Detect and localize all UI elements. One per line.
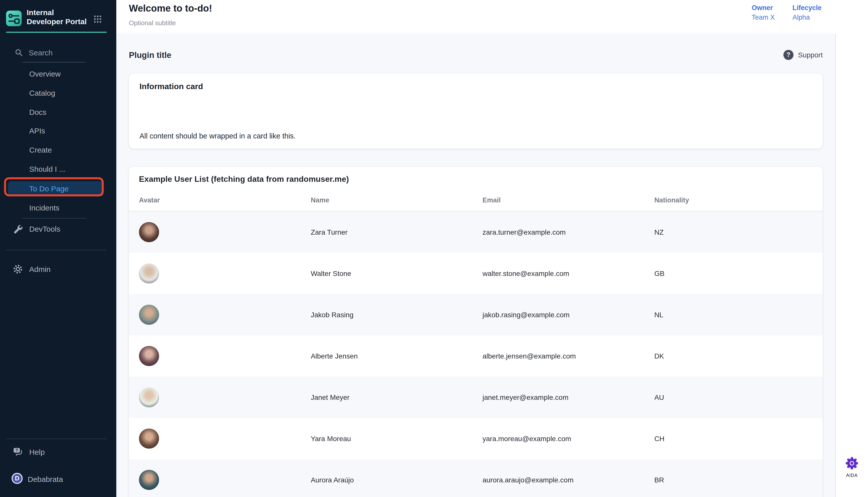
aida-widget-button[interactable]: AIDA (840, 457, 864, 478)
sidebar: Internal Developer Portal Search Overvie… (0, 0, 116, 497)
cell-nationality: GB (654, 269, 813, 278)
information-card-title: Information card (129, 73, 823, 91)
user-photo-avatar (139, 387, 159, 407)
app-logo-icon (6, 11, 21, 26)
cell-name: Aurora Araújo (310, 476, 482, 484)
table-row: Jakob Rasing jakob.rasing@example.com NL (129, 294, 823, 335)
table-row: Aurora Araújo aurora.araujo@example.com … (129, 459, 823, 497)
search-icon (15, 49, 23, 56)
content-toolbar: Plugin title ? Support (129, 44, 823, 66)
app-window: Internal Developer Portal Search Overvie… (0, 0, 868, 497)
cell-email: yara.moreau@example.com (482, 435, 654, 443)
user-avatar: D (12, 473, 23, 484)
support-button[interactable]: ? Support (783, 50, 823, 60)
table-row: Alberte Jensen alberte.jensen@example.co… (129, 335, 823, 377)
user-photo-avatar (139, 346, 159, 366)
question-circle-icon: ? (783, 50, 794, 60)
user-list-card: Example User List (fetching data from ra… (129, 167, 823, 497)
cell-email: jakob.rasing@example.com (482, 311, 654, 319)
sidebar-item-overview[interactable]: Overview (8, 65, 108, 84)
cell-nationality: BR (654, 476, 813, 484)
column-header-nationality: Nationality (654, 196, 813, 204)
apps-grid-button[interactable] (93, 15, 102, 23)
column-header-avatar: Avatar (139, 196, 310, 204)
help-chat-icon: ? (13, 447, 22, 456)
sidebar-item-admin[interactable]: Admin (8, 260, 108, 279)
table-row: Yara Moreau yara.moreau@example.com CH (129, 418, 823, 459)
cell-email: janet.meyer@example.com (482, 393, 654, 401)
user-list-title: Example User List (fetching data from ra… (129, 167, 823, 184)
information-card-body: All content should be wrapped in a card … (140, 132, 296, 140)
sidebar-item-help[interactable]: ? Help (8, 443, 108, 462)
content-right-border (835, 34, 836, 497)
information-card: Information card All content should be w… (129, 73, 823, 148)
sidebar-user-profile[interactable]: D Debabrata (8, 470, 108, 489)
page-header: Welcome to to-do! Optional subtitle Owne… (116, 0, 868, 34)
content-area: Plugin title ? Support Information card … (116, 34, 835, 497)
cell-nationality: CH (654, 435, 813, 443)
support-label: Support (798, 51, 823, 59)
table-row: Walter Stone walter.stone@example.com GB (129, 253, 823, 294)
user-photo-avatar (139, 264, 159, 284)
owner-meta: Owner Team X (752, 4, 775, 21)
cell-name: Walter Stone (310, 269, 482, 278)
owner-label: Owner (752, 4, 775, 12)
plugin-title: Plugin title (129, 50, 171, 60)
lifecycle-meta: Lifecycle Alpha (793, 4, 822, 21)
sidebar-item-label: Admin (29, 260, 108, 279)
user-name: Debabrata (28, 470, 108, 489)
cell-email: walter.stone@example.com (482, 269, 654, 278)
sidebar-item-create[interactable]: Create (8, 141, 108, 160)
cell-nationality: NZ (654, 228, 813, 236)
sidebar-divider (22, 218, 86, 218)
owner-value-link[interactable]: Team X (752, 14, 775, 21)
lifecycle-label: Lifecycle (793, 4, 822, 12)
cell-name: Jakob Rasing (310, 311, 482, 319)
sidebar-divider (6, 439, 107, 439)
sidebar-item-should-i[interactable]: Should I ... (8, 160, 108, 179)
page-subtitle: Optional subtitle (129, 19, 176, 27)
sidebar-accent-divider (6, 32, 107, 33)
apps-grid-icon (93, 15, 102, 23)
cell-name: Zara Turner (310, 228, 482, 236)
sliders-logo-icon (6, 11, 21, 26)
user-photo-avatar (139, 470, 159, 490)
svg-text:?: ? (16, 448, 18, 452)
table-header-row: Avatar Name Email Nationality (129, 184, 823, 212)
sidebar-item-to-do-page-active[interactable]: To Do Page (8, 181, 104, 196)
page-title: Welcome to to-do! (129, 3, 212, 14)
column-header-name: Name (310, 196, 482, 204)
column-header-email: Email (482, 196, 654, 204)
lifecycle-value-link[interactable]: Alpha (793, 14, 822, 21)
user-photo-avatar (139, 304, 159, 325)
sidebar-item-label: Help (29, 443, 108, 462)
table-row: Zara Turner zara.turner@example.com NZ (129, 212, 823, 253)
sidebar-item-devtools[interactable]: DevTools (8, 219, 108, 239)
search-underline (22, 62, 86, 62)
sidebar-item-catalog[interactable]: Catalog (8, 84, 108, 103)
cell-name: Alberte Jensen (310, 352, 482, 360)
app-title: Internal Developer Portal (27, 8, 88, 26)
cell-email: alberte.jensen@example.com (482, 352, 654, 360)
sidebar-item-docs[interactable]: Docs (8, 102, 108, 122)
aida-flower-icon (845, 457, 858, 470)
cell-email: zara.turner@example.com (482, 228, 654, 236)
search-input[interactable]: Search (29, 48, 53, 57)
cell-nationality: NL (654, 311, 813, 319)
gear-icon (13, 264, 23, 274)
user-photo-avatar (139, 222, 159, 242)
cell-nationality: AU (654, 393, 813, 401)
cell-email: aurora.araujo@example.com (482, 476, 654, 484)
sidebar-item-incidents[interactable]: Incidents (8, 198, 108, 217)
cell-name: Yara Moreau (310, 435, 482, 443)
cell-nationality: DK (654, 352, 813, 360)
sidebar-item-label: DevTools (29, 219, 108, 239)
cell-name: Janet Meyer (310, 393, 482, 401)
table-row: Janet Meyer janet.meyer@example.com AU (129, 377, 823, 418)
sidebar-divider (6, 250, 107, 250)
sidebar-item-apis[interactable]: APIs (8, 122, 108, 141)
aida-label: AIDA (840, 473, 864, 478)
wrench-icon (13, 224, 23, 233)
user-photo-avatar (139, 428, 159, 449)
